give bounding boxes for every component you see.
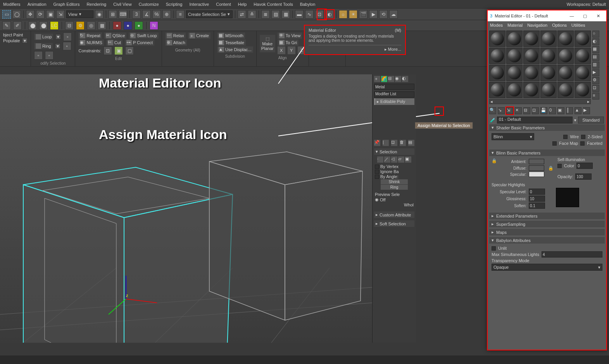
- matmenu-navigation[interactable]: Navigation: [527, 23, 547, 27]
- ring-button[interactable]: Ring: [34, 43, 53, 49]
- speclvl-spinner[interactable]: 0: [529, 189, 545, 195]
- matmenu-material[interactable]: Material: [507, 23, 523, 27]
- menu-customize[interactable]: Customize: [139, 2, 159, 7]
- amb-diff-lock-icon[interactable]: 🔒: [492, 158, 498, 165]
- diffuse-swatch[interactable]: [529, 165, 544, 171]
- material-slot[interactable]: [557, 31, 574, 47]
- border-subobj-icon[interactable]: ◁: [391, 156, 397, 163]
- maximize-button[interactable]: ▢: [579, 12, 591, 20]
- to-view-button[interactable]: 👁To View: [278, 33, 302, 39]
- reset-map-icon[interactable]: ✕: [515, 107, 522, 114]
- lock-icon[interactable]: 🔒: [548, 166, 554, 171]
- ribbon-toggle-icon[interactable]: ▬: [295, 10, 304, 19]
- constraint-edge-icon[interactable]: ▣: [114, 46, 123, 55]
- material-slot[interactable]: [574, 65, 591, 81]
- motion-tab-icon[interactable]: ◉: [395, 76, 401, 82]
- selection-set-dropdown[interactable]: Create Selection Se▾: [186, 10, 233, 18]
- pivot-icon[interactable]: ◉: [95, 10, 104, 19]
- show-in-vp-icon[interactable]: ▣: [557, 107, 564, 114]
- maps-rollout[interactable]: ▸ Maps: [489, 229, 605, 235]
- material-slot[interactable]: [557, 48, 574, 64]
- options-icon[interactable]: ⚙: [592, 77, 599, 84]
- 2sided-checkbox[interactable]: [581, 135, 585, 139]
- soften-spinner[interactable]: 0.1: [529, 203, 545, 209]
- render-frame-icon[interactable]: ☀: [349, 10, 357, 19]
- opacity-map-icon[interactable]: [594, 174, 599, 179]
- get-material-icon[interactable]: 🔍: [489, 107, 496, 114]
- selfillum-map-icon[interactable]: [595, 163, 600, 168]
- mirror-icon[interactable]: ⇄: [238, 10, 246, 19]
- nurms-button[interactable]: ◉NURMS: [78, 39, 104, 46]
- modify-tab-icon[interactable]: 🌈: [381, 76, 387, 82]
- material-slot[interactable]: [557, 82, 574, 98]
- material-slot[interactable]: [489, 31, 505, 47]
- vertex-subobj-icon[interactable]: ·: [377, 156, 383, 163]
- ring-sel-button[interactable]: Ring: [381, 185, 408, 190]
- facemap-checkbox[interactable]: [552, 141, 557, 146]
- attach-button[interactable]: ⊕Attach: [165, 39, 187, 46]
- msmooth-button[interactable]: ▦MSmooth: [217, 33, 245, 39]
- video-check-icon[interactable]: ▥: [592, 62, 599, 69]
- object-name-field[interactable]: [374, 84, 414, 90]
- create-button[interactable]: ＋Create: [188, 33, 210, 39]
- wire-checkbox[interactable]: [563, 135, 568, 139]
- close-button[interactable]: ✕: [592, 12, 604, 20]
- soft-sel-rollout[interactable]: ▸ Soft Selection: [374, 220, 414, 227]
- tessellate-button[interactable]: ▩Tessellate: [217, 39, 246, 46]
- matmenu-modes[interactable]: Modes: [490, 23, 503, 27]
- shader-basic-rollout[interactable]: ▾ Shader Basic Parameters: [489, 124, 605, 131]
- material-slot[interactable]: [574, 82, 591, 98]
- ref-coord-dropdown[interactable]: View▾: [66, 10, 93, 18]
- axis-y-button[interactable]: Y: [288, 46, 295, 54]
- percent-snap-icon[interactable]: %: [152, 10, 161, 19]
- placement-icon[interactable]: ⇲: [56, 10, 65, 19]
- speclvl-map-icon[interactable]: [547, 189, 553, 194]
- sample-type-icon[interactable]: ○: [592, 31, 599, 38]
- pconnect-button[interactable]: ⊶P Connect: [125, 39, 154, 46]
- element-subobj-icon[interactable]: ▣: [405, 156, 411, 163]
- align-icon[interactable]: ≛: [248, 10, 256, 19]
- custom-attr-rollout[interactable]: ▸ Custom Attribute: [374, 211, 414, 218]
- specular-swatch[interactable]: [529, 172, 544, 177]
- selfillum-spinner[interactable]: 0: [576, 163, 593, 169]
- go-parent-icon[interactable]: ▲: [574, 107, 581, 114]
- material-slot[interactable]: [506, 65, 523, 81]
- background-icon[interactable]: ▦: [592, 46, 599, 53]
- blob2-icon[interactable]: ⬤: [39, 21, 48, 30]
- material-slot[interactable]: [574, 31, 591, 47]
- material-slot[interactable]: [540, 82, 557, 98]
- selfillum-color-checkbox[interactable]: [557, 164, 562, 168]
- shrink-button[interactable]: Shrink: [381, 179, 408, 184]
- display-tab-icon[interactable]: ◐: [402, 76, 408, 82]
- render-prod-icon[interactable]: 🎬: [359, 10, 367, 19]
- menu-havok[interactable]: Havok Content Tools: [254, 2, 293, 7]
- menu-rendering[interactable]: Rendering: [86, 2, 106, 7]
- relax-button[interactable]: 〰Relax: [165, 33, 186, 39]
- manipulate-icon[interactable]: ⊞: [109, 10, 117, 19]
- material-slot[interactable]: [523, 65, 540, 81]
- by-vertex-checkbox[interactable]: [375, 165, 379, 169]
- pin-stack-icon[interactable]: 📌: [374, 140, 380, 146]
- material-slot[interactable]: [540, 31, 557, 47]
- tool-d-icon[interactable]: ▦: [98, 21, 106, 30]
- workspace-label[interactable]: Workspaces: Default: [567, 2, 606, 7]
- maxlights-spinner[interactable]: 4: [542, 251, 602, 258]
- lc-icon[interactable]: LC: [50, 21, 59, 30]
- brush-icon[interactable]: ✎: [2, 21, 11, 30]
- put-to-scene-icon[interactable]: ↘: [498, 107, 505, 114]
- transparency-mode-dropdown[interactable]: Opaque▾: [492, 264, 602, 271]
- red-tool-icon[interactable]: ●: [113, 21, 121, 30]
- menu-modifiers[interactable]: Modifiers: [3, 2, 21, 7]
- to-grid-button[interactable]: ▦To Gri: [278, 39, 298, 46]
- curve-editor-icon[interactable]: ∿: [305, 10, 314, 19]
- modifier-list-dropdown[interactable]: Modifier List: [374, 91, 414, 98]
- rotate-icon[interactable]: ⟳: [36, 10, 45, 19]
- menu-scripting[interactable]: Scripting: [166, 2, 183, 7]
- extended-params-rollout[interactable]: ▸ Extended Parameters: [489, 213, 605, 219]
- ignore-back-checkbox[interactable]: [375, 170, 379, 174]
- material-slot[interactable]: [489, 48, 505, 64]
- babylon-rollout[interactable]: ▾ Babylon Attributes: [489, 237, 605, 244]
- geom-all-label[interactable]: Geometry (All): [165, 48, 210, 52]
- menu-content[interactable]: Content: [216, 2, 231, 7]
- n-icon[interactable]: N: [150, 21, 158, 30]
